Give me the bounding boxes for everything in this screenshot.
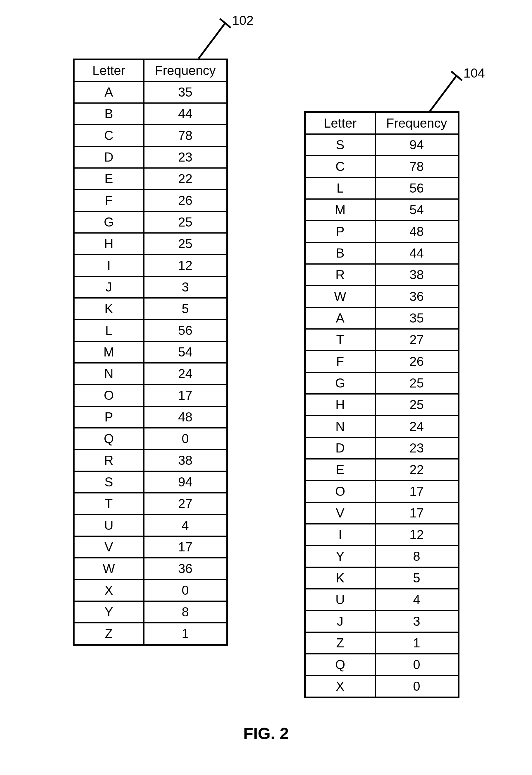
table-row: Y8 — [74, 601, 227, 623]
reference-number-104: 104 — [464, 66, 485, 80]
cell-frequency: 23 — [375, 437, 459, 459]
table-header-row: Letter Frequency — [74, 59, 227, 81]
cell-letter: L — [74, 319, 144, 341]
table-row: U4 — [74, 515, 227, 536]
cell-letter: B — [74, 103, 144, 125]
cell-letter: I — [305, 524, 375, 546]
table-row: Y8 — [305, 546, 459, 567]
figure-page: 102 Letter Frequency A35B44C78D23E22F26G… — [0, 0, 532, 775]
table-row: B44 — [305, 242, 459, 264]
table-row: H25 — [74, 233, 227, 255]
header-frequency: Frequency — [375, 112, 459, 134]
cell-frequency: 24 — [144, 363, 227, 384]
cell-frequency: 5 — [375, 567, 459, 589]
cell-frequency: 54 — [144, 341, 227, 363]
table-row: A35 — [74, 81, 227, 103]
cell-letter: A — [305, 307, 375, 329]
figure-caption: FIG. 2 — [0, 724, 532, 743]
cell-frequency: 56 — [144, 319, 227, 341]
cell-letter: V — [74, 536, 144, 558]
cell-frequency: 25 — [144, 233, 227, 255]
table-row: M54 — [305, 199, 459, 221]
cell-letter: U — [74, 515, 144, 536]
cell-frequency: 44 — [144, 103, 227, 125]
table-row: K5 — [305, 567, 459, 589]
table-row: W36 — [74, 558, 227, 580]
table-row: Q0 — [305, 654, 459, 676]
cell-frequency: 22 — [375, 459, 459, 481]
table-row: D23 — [305, 437, 459, 459]
cell-letter: V — [305, 502, 375, 524]
header-letter: Letter — [74, 59, 144, 81]
table-row: L56 — [305, 177, 459, 199]
cell-frequency: 17 — [144, 536, 227, 558]
table-block-104: 104 Letter Frequency S94C78L56M54P48B44R… — [304, 111, 459, 698]
cell-letter: X — [305, 676, 375, 697]
cell-frequency: 94 — [375, 134, 459, 156]
cell-letter: X — [74, 580, 144, 601]
cell-letter: J — [74, 276, 144, 298]
cell-letter: F — [305, 350, 375, 372]
cell-frequency: 3 — [375, 611, 459, 632]
table-row: X0 — [305, 676, 459, 697]
cell-frequency: 4 — [375, 589, 459, 611]
cell-letter: P — [305, 221, 375, 242]
cell-letter: Z — [305, 632, 375, 654]
table-row: N24 — [74, 363, 227, 384]
letter-frequency-table-sorted: Letter Frequency S94C78L56M54P48B44R38W3… — [304, 111, 459, 698]
cell-letter: M — [74, 341, 144, 363]
table-row: O17 — [305, 481, 459, 502]
cell-frequency: 12 — [144, 255, 227, 276]
table-row: P48 — [305, 221, 459, 242]
table-row: D23 — [74, 146, 227, 168]
table-header-row: Letter Frequency — [305, 112, 459, 134]
cell-frequency: 4 — [144, 515, 227, 536]
cell-frequency: 8 — [375, 546, 459, 567]
cell-frequency: 0 — [144, 428, 227, 450]
cell-letter: E — [74, 168, 144, 190]
cell-letter: N — [305, 416, 375, 437]
cell-letter: Z — [74, 623, 144, 645]
cell-frequency: 35 — [375, 307, 459, 329]
svg-line-1 — [220, 19, 231, 28]
cell-letter: L — [305, 177, 375, 199]
cell-letter: S — [74, 471, 144, 493]
table-row: M54 — [74, 341, 227, 363]
cell-letter: D — [74, 146, 144, 168]
table-row: A35 — [305, 307, 459, 329]
table-row: P48 — [74, 406, 227, 428]
table-row: J3 — [74, 276, 227, 298]
table-row: R38 — [305, 264, 459, 286]
svg-line-2 — [430, 76, 456, 111]
svg-line-0 — [199, 23, 225, 59]
cell-letter: T — [74, 493, 144, 515]
svg-line-3 — [451, 71, 462, 80]
cell-frequency: 25 — [144, 211, 227, 233]
cell-frequency: 38 — [144, 450, 227, 471]
cell-frequency: 22 — [144, 168, 227, 190]
cell-frequency: 48 — [144, 406, 227, 428]
cell-frequency: 17 — [375, 481, 459, 502]
cell-letter: M — [305, 199, 375, 221]
table-row: S94 — [305, 134, 459, 156]
table-row: T27 — [305, 329, 459, 350]
reference-callout-104: 104 — [424, 67, 500, 117]
cell-frequency: 94 — [144, 471, 227, 493]
cell-frequency: 1 — [375, 632, 459, 654]
cell-letter: D — [305, 437, 375, 459]
cell-letter: R — [74, 450, 144, 471]
table-row: N24 — [305, 416, 459, 437]
cell-letter: N — [74, 363, 144, 384]
reference-number-102: 102 — [232, 13, 254, 28]
cell-letter: O — [305, 481, 375, 502]
reference-callout-102: 102 — [193, 15, 269, 64]
cell-frequency: 0 — [375, 654, 459, 676]
cell-letter: H — [305, 394, 375, 416]
letter-frequency-table-alphabetical: Letter Frequency A35B44C78D23E22F26G25H2… — [73, 59, 228, 646]
table-row: J3 — [305, 611, 459, 632]
table-row: K5 — [74, 298, 227, 319]
table-row: V17 — [305, 502, 459, 524]
table-row: G25 — [74, 211, 227, 233]
table-row: H25 — [305, 394, 459, 416]
cell-letter: K — [74, 298, 144, 319]
